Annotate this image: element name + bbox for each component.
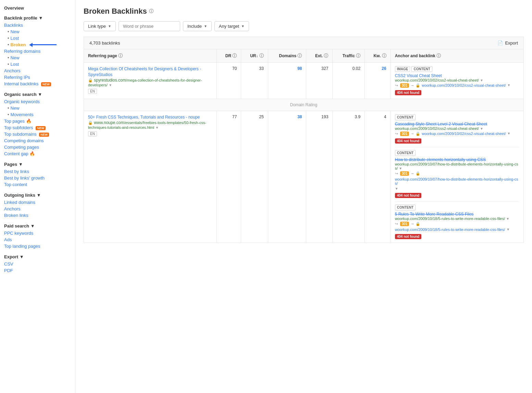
backlink-title-link[interactable]: How to distribute elements horizontally …: [395, 157, 486, 162]
content-tag: CONTENT: [395, 150, 416, 156]
redirect-lock-icon: 🔒: [416, 83, 420, 88]
domains-value[interactable]: 98: [297, 66, 302, 71]
col-header-domains[interactable]: Domains ⓘ: [268, 49, 306, 63]
redirect-dropdown-icon[interactable]: ▼: [506, 228, 510, 231]
sidebar-item-best-by-links[interactable]: Best by links: [4, 168, 71, 175]
cell-anchor-1: CONTENTCascading Style Sheet Level 2 Vis…: [391, 111, 523, 243]
sidebar-item-organic-keywords[interactable]: Organic keywords: [4, 98, 71, 105]
redirect-url-link[interactable]: woorkup.com/2009/10/18/5-rules-to-write-…: [395, 228, 505, 232]
sidebar-item-referring-ips[interactable]: Referring IPs: [4, 74, 71, 81]
sidebar-item-top-subdomains[interactable]: Top subdomains NEW: [4, 131, 71, 137]
sidebar-header-export[interactable]: Export ▼: [4, 254, 71, 259]
sidebar-header-pages[interactable]: Pages ▼: [4, 162, 71, 167]
badge-301: 301: [400, 83, 409, 88]
redirect-row: ↪ 301 → 🔒 woorkup.com/2009/10/02/css2-vi…: [395, 132, 519, 136]
sidebar-item-top-pages[interactable]: Top pages 🔥: [4, 118, 71, 124]
domain-link[interactable]: www.noupe.com: [94, 120, 124, 125]
sidebar-item-outgoing-anchors[interactable]: Anchors: [4, 206, 71, 212]
url-dropdown-icon[interactable]: ▼: [109, 83, 112, 87]
sidebar-item-top-landing-pages[interactable]: Top landing pages: [4, 243, 71, 249]
sidebar-item-backlinks-new[interactable]: • New: [4, 28, 71, 35]
content-gap-flame-icon: 🔥: [29, 151, 35, 156]
redirect-arrow-icon: ↪: [395, 132, 398, 136]
redirect-arrow-icon: ↪: [395, 83, 398, 88]
sidebar-item-ppc-keywords[interactable]: PPC keywords: [4, 230, 71, 236]
kw-value[interactable]: 26: [382, 66, 386, 71]
backlink-entry: IMAGECONTENTCSS2 Visual Cheat Sheetwoork…: [395, 66, 519, 95]
word-phrase-input[interactable]: [119, 21, 180, 31]
backlink-title-link[interactable]: 5 Rules To Write More Readable CSS Files: [395, 212, 474, 217]
sidebar-item-top-content[interactable]: Top content: [4, 181, 71, 188]
cell-kw-1: 4: [365, 111, 391, 243]
col-info-referring-page[interactable]: ⓘ: [118, 53, 123, 58]
col-header-ur[interactable]: UR↓ ⓘ: [241, 49, 268, 63]
sidebar-item-ref-domains-new[interactable]: • New: [4, 54, 71, 61]
cell-domains-0: 98: [268, 63, 306, 99]
url-dropdown-icon[interactable]: ▼: [156, 126, 159, 130]
lock-icon: 🔒: [88, 121, 93, 125]
redirect-dropdown-icon[interactable]: ▼: [507, 132, 511, 135]
sidebar-item-best-by-links-growth[interactable]: Best by links' growth: [4, 175, 71, 181]
sidebar-item-organic-movements[interactable]: • Movements: [4, 111, 71, 118]
sidebar-header-backlink-profile[interactable]: Backlink profile ▼: [4, 15, 71, 21]
badge-301: 301: [400, 132, 409, 136]
url-arrow-icon[interactable]: ▼: [506, 217, 509, 221]
cell-ext-1: 193: [306, 111, 333, 243]
col-header-ext[interactable]: Ext. ⓘ: [306, 49, 333, 63]
sidebar-item-backlinks[interactable]: Backlinks: [4, 22, 71, 28]
col-header-dr[interactable]: DR ⓘ: [217, 49, 241, 63]
results-bar: 4,703 backlinks 📄 Export: [84, 37, 524, 49]
sidebar-item-broken-links[interactable]: Broken links: [4, 212, 71, 219]
results-count: 4,703 backlinks: [89, 40, 120, 46]
referring-page-link[interactable]: Mega Collection Of Cheatsheets for Desig…: [88, 66, 201, 77]
url-arrow-icon[interactable]: ▼: [480, 78, 483, 82]
col-info-anchor[interactable]: ⓘ: [436, 53, 441, 58]
title-info-icon[interactable]: ⓘ: [149, 8, 153, 14]
sidebar-item-content-gap[interactable]: Content gap 🔥: [4, 150, 71, 157]
sidebar-item-internal-backlinks[interactable]: Internal backlinks NEW: [4, 81, 71, 87]
backlink-title-link[interactable]: CSS2 Visual Cheat Sheet: [395, 73, 442, 78]
sidebar-item-anchors[interactable]: Anchors: [4, 67, 71, 74]
cell-traffic-1: 3.9: [333, 111, 365, 243]
referring-page-link[interactable]: 50+ Fresh CSS Techniques, Tutorials and …: [88, 115, 200, 120]
col-header-kw[interactable]: Kw. ⓘ: [365, 49, 391, 63]
sidebar-item-backlinks-lost[interactable]: • Lost: [4, 35, 71, 41]
redirect-dropdown-icon[interactable]: ▼: [507, 83, 511, 87]
redirect-row: ↪ 301 → 🔒 woorkup.com/2009/10/02/css2-vi…: [395, 83, 519, 88]
sidebar-header-organic-search[interactable]: Organic search ▼: [4, 92, 71, 97]
sidebar-item-competing-pages[interactable]: Competing pages: [4, 144, 71, 150]
sidebar-item-ref-domains-lost[interactable]: • Lost: [4, 61, 71, 67]
sidebar-item-organic-new[interactable]: • New: [4, 105, 71, 111]
sidebar-item-top-subfolders[interactable]: Top subfolders NEW: [4, 124, 71, 131]
any-target-chevron: ▼: [241, 24, 245, 28]
export-icon: 📄: [497, 40, 503, 46]
badge-404: 404 not found: [395, 138, 422, 144]
domain-link[interactable]: spyrestudios.com: [94, 78, 126, 83]
any-target-filter[interactable]: Any target ▼: [214, 21, 249, 31]
include-filter[interactable]: Include ▼: [183, 21, 212, 31]
sidebar-item-csv[interactable]: CSV: [4, 261, 71, 267]
sidebar-item-referring-domains[interactable]: Referring domains: [4, 48, 71, 54]
redirect-dropdown-icon[interactable]: ▼: [395, 187, 398, 191]
sidebar-header-outgoing-links[interactable]: Outgoing links ▼: [4, 193, 71, 198]
url-arrow-icon[interactable]: ▼: [480, 127, 483, 131]
backlink-title-link[interactable]: Cascading Style Sheet Level 2 Visual Che…: [395, 122, 487, 126]
sidebar-header-paid-search[interactable]: Paid search ▼: [4, 223, 71, 229]
col-header-anchor-backlink: Anchor and backlink ⓘ: [391, 49, 523, 63]
export-button[interactable]: 📄 Export: [497, 40, 518, 46]
sidebar-item-competing-domains[interactable]: Competing domains: [4, 137, 71, 144]
domains-value[interactable]: 38: [297, 114, 302, 119]
redirect-url-link[interactable]: woorkup.com/2009/10/02/css2-visual-cheat…: [422, 132, 506, 136]
sidebar-item-pdf[interactable]: PDF: [4, 267, 71, 274]
url-arrow-icon[interactable]: ▼: [399, 167, 402, 170]
redirect-url-link[interactable]: woorkup.com/2009/10/02/css2-visual-cheat…: [422, 83, 506, 87]
sidebar-item-linked-domains[interactable]: Linked domains: [4, 199, 71, 206]
sidebar-item-backlinks-broken[interactable]: • Broken: [4, 41, 71, 48]
badge-404: 404 not found: [395, 234, 422, 239]
sidebar-item-overview[interactable]: Overview: [4, 5, 71, 11]
cell-referring-page-1: 50+ Fresh CSS Techniques, Tutorials and …: [84, 111, 217, 243]
redirect-url-link[interactable]: woorkup.com/2009/10/07/how-to-distribute…: [395, 177, 519, 185]
sidebar-item-ads[interactable]: Ads: [4, 236, 71, 243]
link-type-filter[interactable]: Link type ▼: [84, 21, 116, 31]
col-header-traffic[interactable]: Traffic ⓘ: [333, 49, 365, 63]
